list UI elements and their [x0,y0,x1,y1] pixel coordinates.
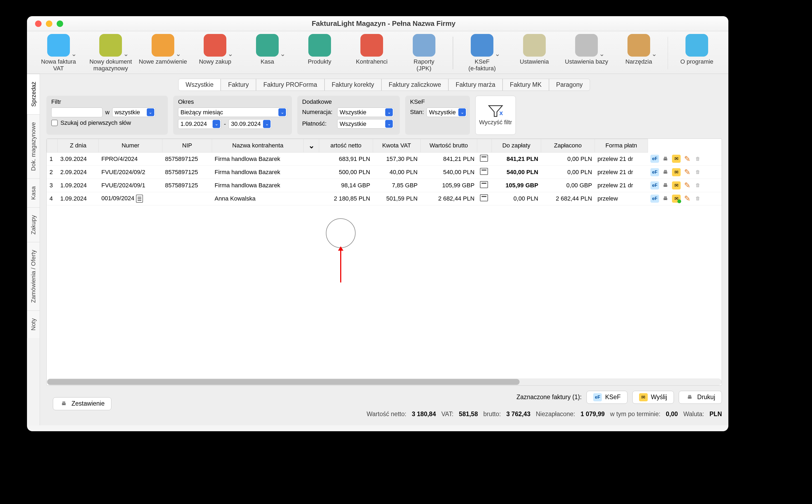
edit-icon[interactable]: ✎ [683,181,692,189]
tab-paragony[interactable]: Paragony [549,79,590,91]
chevron-down-icon[interactable]: ⌄ [123,50,129,58]
chevron-down-icon[interactable]: ⌄ [263,120,271,128]
chevron-down-icon[interactable]: ⌄ [652,50,657,58]
cell-calendar [477,192,492,205]
trash-icon[interactable]: 🗑 [694,195,702,203]
col-blank-[interactable]: ⌄ [304,139,319,152]
chevron-down-icon[interactable]: ⌄ [385,108,393,116]
mail-icon[interactable]: ✉ [672,168,681,176]
col-nazwa-kontrahenta[interactable]: Nazwa kontrahenta [212,139,304,152]
edit-icon[interactable]: ✎ [683,168,692,176]
mail-icon[interactable]: ✉ [672,155,681,163]
cell-due: 0,00 PLN [492,192,541,205]
ef-icon[interactable]: eF [651,168,659,176]
chevron-down-icon[interactable]: ⌄ [228,50,233,58]
chevron-down-icon[interactable]: ⌄ [175,50,181,58]
toolbar-ksef[interactable]: KSeF(e-faktura)⌄ [456,34,508,72]
sidetab-sprzedaż[interactable]: Sprzedaż [27,74,40,114]
chevron-down-icon[interactable]: ⌄ [458,108,466,116]
chevron-down-icon[interactable]: ⌄ [279,108,286,116]
col-nip[interactable]: NIP [162,139,212,152]
tab-faktury[interactable]: Faktury [221,79,256,91]
minimize-icon[interactable] [46,20,52,27]
printer-icon[interactable]: 🖶 [661,195,670,203]
toolbar-nowa-faktura[interactable]: Nowa fakturaVAT⌄ [32,34,85,72]
mail-icon[interactable]: ✉ [672,181,681,189]
cell-form: przelew 21 dr [595,165,648,179]
table-row[interactable]: 22.09.2024FVUE/2024/09/28575897125Firma … [47,165,722,179]
tab-faktury-zaliczkowe[interactable]: Faktury zaliczkowe [381,79,448,91]
chevron-down-icon[interactable]: ⌄ [280,50,286,58]
table-row[interactable]: 41.09.2024001/09/2024 Anna Kowalska2 180… [47,192,722,205]
calendar-icon [480,168,488,175]
col-wartość-brutto[interactable]: Wartość brutto [420,139,477,152]
col-numer[interactable]: Numer [99,139,162,152]
col-artość-netto[interactable]: artość netto [319,139,373,152]
send-button[interactable]: ✉Wyślij [632,391,674,404]
sidetab-zakupy[interactable]: Zakupy [27,207,40,242]
printer-icon[interactable]: 🖶 [661,155,670,163]
col-zapłacono[interactable]: Zapłacono [541,139,595,152]
table-row[interactable]: 31.09.2024FVUE/2024/09/18575897125Firma … [47,179,722,192]
printer-icon[interactable]: 🖶 [661,168,670,176]
cell-nip: 8575897125 [162,152,212,165]
ef-icon: eF [593,393,602,401]
horizontal-scrollbar[interactable] [47,378,722,385]
toolbar-ustawienia-bazy[interactable]: Ustawienia bazy⌄ [560,34,613,65]
cell-actions: eF🖶✉✎🗑 [648,192,722,205]
tab-faktury-proforma[interactable]: Faktury PROForma [256,79,324,91]
col-blank-[interactable] [47,139,58,152]
toolbar-nowy-dokument[interactable]: Nowy dokumentmagazynowy⌄ [85,34,137,72]
edit-icon[interactable]: ✎ [683,195,692,203]
chevron-down-icon[interactable]: ⌄ [385,120,393,128]
trash-icon[interactable]: 🗑 [694,168,702,176]
chevron-down-icon[interactable]: ⌄ [71,50,77,58]
period-preset-select[interactable]: Bieżący miesiąc [178,108,287,117]
tab-wszystkie[interactable]: Wszystkie [178,79,221,91]
sidetab-zamówienia-oferty[interactable]: Zamówienia / Oferty [27,242,40,310]
tab-faktury-marża[interactable]: Faktury marża [448,79,502,91]
filter-text-input[interactable] [51,108,102,117]
tab-faktury-mk[interactable]: Faktury MK [502,79,549,91]
ef-icon[interactable]: eF [651,195,659,203]
toolbar-nowe-zam-wienie[interactable]: Nowe zamówienie⌄ [137,34,189,65]
ef-icon[interactable]: eF [651,181,659,189]
close-icon[interactable] [35,20,42,27]
col-do-zapłaty[interactable]: Do zapłaty [492,139,541,152]
trash-icon[interactable]: 🗑 [694,155,702,163]
toolbar-nowy-zakup[interactable]: Nowy zakup⌄ [189,34,242,65]
toolbar-o-programie[interactable]: O programie [671,34,723,65]
toolbar-ustawienia[interactable]: Ustawienia [508,34,560,65]
calendar-icon [480,181,488,188]
clear-filter-button[interactable]: x Wyczyść filtr [475,96,516,135]
col-blank-[interactable] [477,139,492,152]
chevron-down-icon[interactable]: ⌄ [599,50,604,58]
summary-button[interactable]: 🖶Zestawienie [53,397,111,410]
col-kwota-vat[interactable]: Kwota VAT [373,139,420,152]
sidetab-dok-magazynowe[interactable]: Dok. magazynowe [27,114,40,178]
printer-icon: 🖶 [686,393,694,401]
table-row[interactable]: 13.09.2024FPRO/4/20248575897125Firma han… [47,152,722,165]
toolbar-produkty[interactable]: Produkty [294,34,346,65]
sidetab-kasa[interactable]: Kasa [27,178,40,207]
toolbar-raporty[interactable]: Raporty(JPK) [398,34,450,72]
zoom-icon[interactable] [57,20,63,27]
trash-icon[interactable]: 🗑 [694,181,702,189]
search-first-words-checkbox[interactable] [51,120,58,126]
col-forma-płatn[interactable]: Forma płatn [595,139,648,152]
toolbar-kasa[interactable]: Kasa⌄ [241,34,294,65]
tab-faktury-korekty[interactable]: Faktury korekty [325,79,381,91]
print-button[interactable]: 🖶Drukuj [679,391,722,404]
toolbar-kontrahenci[interactable]: Kontrahenci [346,34,398,65]
chevron-down-icon[interactable]: ⌄ [495,50,500,58]
chevron-down-icon[interactable]: ⌄ [213,120,220,128]
ksef-button[interactable]: eFKSeF [586,391,628,404]
ef-icon[interactable]: eF [651,155,659,163]
toolbar-narz-dzia[interactable]: Narzędzia⌄ [613,34,665,65]
mail-icon[interactable]: ✉ [672,195,681,203]
col-z-dnia[interactable]: Z dnia [58,139,99,152]
sidetab-noty[interactable]: Noty [27,310,40,338]
chevron-down-icon[interactable]: ⌄ [147,108,154,116]
edit-icon[interactable]: ✎ [683,155,692,163]
printer-icon[interactable]: 🖶 [661,181,670,189]
